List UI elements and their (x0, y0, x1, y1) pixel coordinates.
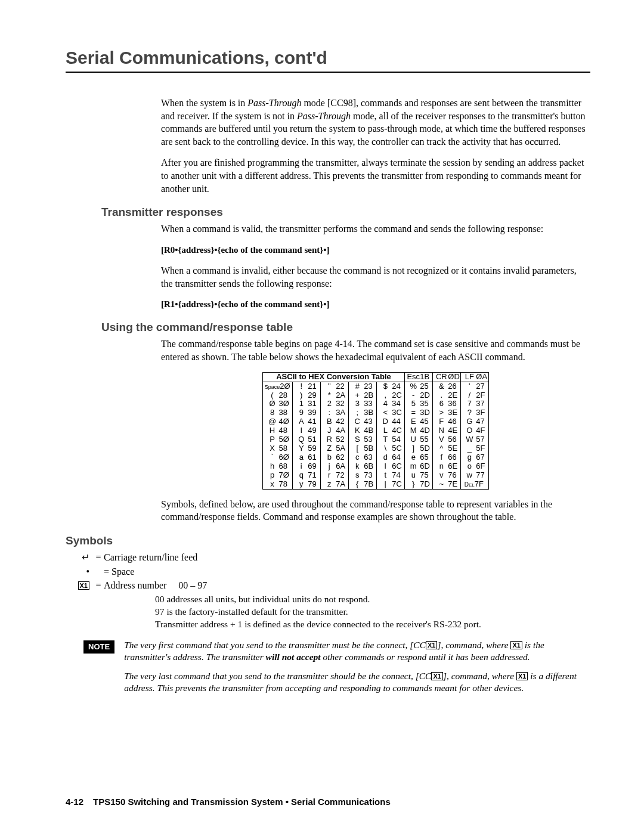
paragraph-6: Symbols, defined below, are used through… (161, 498, 590, 524)
paragraph-4: When a command is invalid, either becaus… (161, 264, 590, 290)
title-rule (66, 72, 590, 73)
paragraph-5: The command/response table begins on pag… (161, 337, 590, 363)
paragraph-3: When a command is valid, the transmitter… (161, 222, 590, 236)
paragraph-2: After you are finished programming the t… (161, 156, 590, 195)
response-invalid: [R1•{address}•{echo of the command sent}… (161, 298, 590, 310)
heading-symbols: Symbols (66, 534, 590, 547)
ascii-hex-table: ASCII to HEX Conversion TableEsc1BCRØDLF… (262, 372, 490, 490)
symbol-cr-lf: ↵ = Carriage return/line feed (66, 551, 590, 564)
paragraph-1: When the system is in Pass-Through mode … (161, 97, 590, 148)
heading-transmitter-responses: Transmitter responses (101, 206, 590, 219)
address-note-1: 00 addresses all units, but individual u… (155, 593, 590, 606)
address-note-3: Transmitter address + 1 is defined as th… (155, 618, 590, 631)
address-note-2: 97 is the factory-installed default for … (155, 606, 590, 618)
note-text: The very first command that you send to … (124, 639, 590, 702)
heading-using-table: Using the command/response table (101, 321, 590, 334)
chapter-title: Serial Communications, cont'd (66, 48, 590, 68)
symbol-space: • = Space (66, 565, 590, 578)
symbol-address-number: X1 = Address number 00 – 97 (66, 579, 590, 592)
page-footer: 4-12TPS150 Switching and Transmission Sy… (66, 797, 391, 807)
note-label: NOTE (83, 640, 114, 654)
response-valid: [R0•{address}•{echo of the command sent}… (161, 244, 590, 256)
